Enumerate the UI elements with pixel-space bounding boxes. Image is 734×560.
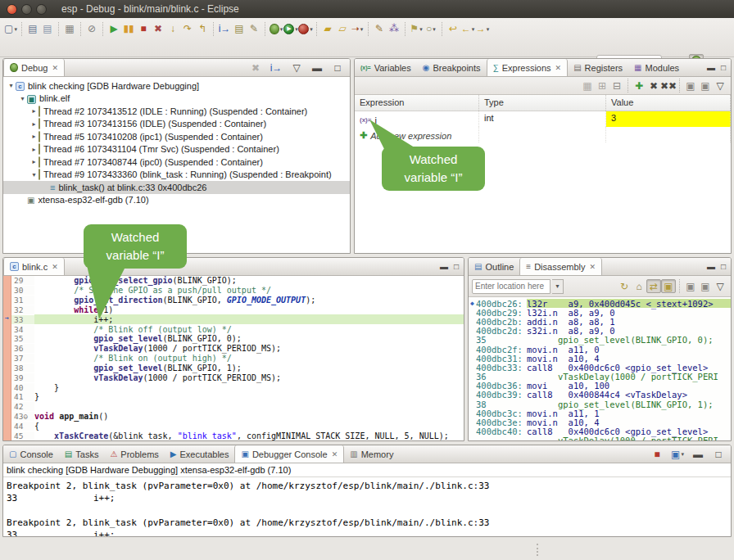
code-line[interactable]: 39 vTaskDelay(1000 / portTICK_PERIOD_MS)… bbox=[3, 373, 464, 382]
tab-variables[interactable]: (x)=Variables bbox=[355, 59, 417, 76]
code-line[interactable]: 42 bbox=[3, 402, 464, 412]
window-maximize-button[interactable] bbox=[36, 4, 47, 15]
instruction-stepping-icon[interactable]: i→ bbox=[217, 22, 232, 36]
disassembly-line[interactable]: 400dbc39:call8 0x400844c4 <vTaskDelay> bbox=[469, 391, 731, 400]
expander-icon[interactable]: ▸ bbox=[29, 120, 39, 128]
add-expression-icon[interactable]: ✚ bbox=[632, 79, 646, 93]
skip-all-breakpoints-icon[interactable]: ⊘ bbox=[84, 22, 99, 36]
import-project-icon[interactable]: ▱ bbox=[335, 22, 350, 36]
tab-outline[interactable]: ▤Outline bbox=[469, 258, 519, 275]
minimize-icon[interactable]: ▬ bbox=[691, 447, 705, 461]
code-line[interactable]: 41} bbox=[3, 392, 464, 402]
code-line[interactable]: 34 /* Blink off (output low) */ bbox=[3, 324, 464, 334]
view-menu-icon[interactable]: ▽ bbox=[713, 279, 727, 293]
maximize-icon[interactable]: □ bbox=[330, 61, 345, 75]
debug-tree-item[interactable]: ▾Thread #9 1073433360 (blink_task : Runn… bbox=[3, 169, 350, 182]
profile-tools-icon[interactable]: ⁂ bbox=[387, 22, 401, 36]
close-icon[interactable]: ✕ bbox=[332, 450, 338, 458]
code-line[interactable]: 29 gpio_pad_select_gpio(BLINK_GPIO); bbox=[3, 276, 464, 286]
sync-with-stepping-icon[interactable]: ⇄ bbox=[646, 279, 661, 293]
disassembly-line[interactable]: 400dbc3e:movi.n a10, 4 bbox=[469, 418, 731, 427]
maximize-icon[interactable]: □ bbox=[721, 63, 726, 72]
tab-expressions[interactable]: ∑Expressions✕ bbox=[487, 59, 569, 76]
column-value[interactable]: Value bbox=[606, 95, 731, 111]
minimize-icon[interactable]: ▬ bbox=[707, 63, 715, 72]
expander-icon[interactable]: ▸ bbox=[29, 107, 39, 115]
run-icon[interactable]: ▾ bbox=[283, 22, 298, 36]
tab-tasks[interactable]: ▤Tasks bbox=[59, 445, 105, 463]
expression-type-cell[interactable]: int bbox=[479, 111, 606, 127]
pin-view-icon[interactable]: ▣ bbox=[698, 79, 713, 93]
terminate-icon[interactable]: ■ bbox=[136, 22, 151, 36]
disassembly-line[interactable]: 400dbc40:call8 0x400dc6c0 <gpio_set_leve… bbox=[469, 427, 731, 436]
maximize-icon[interactable]: □ bbox=[454, 262, 459, 271]
code-line[interactable]: 37 /* Blink on (output high) */ bbox=[3, 354, 464, 364]
remove-all-terminated-icon[interactable]: ✖ bbox=[248, 61, 263, 75]
location-dropdown-icon[interactable]: ▼ bbox=[552, 279, 564, 294]
disassembly-line[interactable]: 400dbc36:movi a10, 100 bbox=[469, 382, 731, 391]
debug-tree-item[interactable]: ▾▦blink.elf bbox=[3, 93, 350, 106]
disassembly-line[interactable]: 400dbc2b:addi.n a8, a8, 1 bbox=[469, 317, 731, 326]
expander-icon[interactable]: ▸ bbox=[29, 158, 39, 165]
back-icon[interactable]: ←▾ bbox=[460, 22, 475, 36]
disassembly-line[interactable]: 400dbc2d:s32i.n a8, a9, 0 bbox=[469, 327, 731, 336]
breakpoint-action-icon[interactable]: ✎ bbox=[247, 22, 261, 36]
maximize-icon[interactable]: □ bbox=[711, 447, 726, 461]
new-disassembly-view-icon[interactable]: ▣ bbox=[683, 279, 698, 293]
disassembly-line[interactable]: 400dbc2f:movi.n a11, 0 bbox=[469, 345, 731, 354]
expander-icon[interactable]: ▾ bbox=[7, 82, 16, 89]
expander-icon[interactable]: ▸ bbox=[29, 146, 39, 153]
save-icon[interactable]: ▤ bbox=[25, 22, 40, 36]
maximize-icon[interactable]: □ bbox=[721, 262, 726, 271]
expander-icon[interactable]: ▾ bbox=[18, 95, 27, 102]
disassembly-line[interactable]: ◆400dbc26:l32r a9, 0x400d045c <_stext+10… bbox=[469, 299, 731, 308]
code-line[interactable]: 38 gpio_set_level(BLINK_GPIO, 1); bbox=[3, 363, 464, 373]
disconnect-icon[interactable]: ✖ bbox=[151, 22, 165, 36]
code-line[interactable]: 30 /* Set the GPIO as a push/pull output… bbox=[3, 286, 464, 296]
column-type[interactable]: Type bbox=[479, 95, 606, 111]
collapse-all-icon[interactable]: ⊟ bbox=[609, 79, 624, 93]
expander-icon[interactable]: ▾ bbox=[29, 171, 39, 178]
tab-modules[interactable]: ▦Modules bbox=[628, 59, 685, 76]
expression-value-cell[interactable]: 3 bbox=[606, 111, 731, 127]
code-line[interactable]: 40 } bbox=[3, 382, 464, 392]
last-edit-location-icon[interactable]: ↩ bbox=[446, 22, 460, 36]
disassembly-listing[interactable]: ◆400dbc26:l32r a9, 0x400d045c <_stext+10… bbox=[469, 297, 731, 440]
instruction-stepping-mode-icon[interactable]: i→ bbox=[269, 61, 283, 75]
next-annotation-icon[interactable]: ○▾ bbox=[424, 22, 438, 36]
tab-disassembly[interactable]: ≡Disassembly✕ bbox=[519, 258, 602, 275]
console-output[interactable]: Breakpoint 2, blink_task (pvParameter=0x… bbox=[3, 477, 731, 537]
location-input[interactable] bbox=[472, 279, 550, 294]
disassembly-line[interactable]: 400dbc31:movi.n a10, 4 bbox=[469, 354, 731, 363]
show-logical-structure-icon[interactable]: ⊞ bbox=[595, 79, 609, 93]
tab-console[interactable]: ▢Console bbox=[3, 445, 59, 463]
pin-annotation-icon[interactable]: ⚑▾ bbox=[409, 22, 424, 36]
tab-breakpoints[interactable]: ◉Breakpoints bbox=[417, 59, 487, 76]
disassembly-line[interactable]: 400dbc29:l32i.n a8, a9, 0 bbox=[469, 308, 731, 317]
view-menu-icon[interactable]: ▽ bbox=[289, 61, 304, 75]
tab-debug[interactable]: Debug ✕ bbox=[3, 59, 65, 76]
close-icon[interactable]: ✕ bbox=[52, 263, 58, 271]
debug-tree-item[interactable]: ▸Thread #3 1073413156 (IDLE) (Suspended … bbox=[3, 118, 350, 131]
disassembly-line[interactable]: 38 gpio_set_level(BLINK_GPIO, 1); bbox=[469, 400, 731, 409]
display-selected-console-icon[interactable]: ▣▾ bbox=[670, 447, 685, 461]
debug-tree-item[interactable]: ▾cblink checking [GDB Hardware Debugging… bbox=[3, 79, 350, 93]
tab-executables[interactable]: ▶Executables bbox=[165, 445, 235, 463]
code-line[interactable]: 36 vTaskDelay(1000 / portTICK_PERIOD_MS)… bbox=[3, 344, 464, 354]
tab-problems[interactable]: ⚠Problems bbox=[104, 445, 164, 463]
tab-registers[interactable]: ▤Registers bbox=[568, 59, 628, 76]
external-tools-icon[interactable]: ➝▾ bbox=[350, 22, 365, 36]
pin-view-icon[interactable]: ▣ bbox=[698, 279, 713, 293]
new-wizard-icon[interactable]: ▢▾ bbox=[3, 22, 18, 36]
debug-tree-item[interactable]: ≡blink_task() at blink.c:33 0x400dbc26 bbox=[3, 181, 350, 194]
open-project-icon[interactable]: ▰ bbox=[320, 22, 335, 36]
debug-tree-item[interactable]: ▸Thread #5 1073410208 (ipc1) (Suspended … bbox=[3, 130, 350, 143]
disassembly-line[interactable]: 35 gpio_set_level(BLINK_GPIO, 0); bbox=[469, 336, 731, 345]
code-editor[interactable]: 29 gpio_pad_select_gpio(BLINK_GPIO);30 /… bbox=[3, 276, 464, 440]
build-icon[interactable]: ▦ bbox=[62, 22, 77, 36]
code-line[interactable]: →33 i++; bbox=[3, 314, 464, 324]
step-over-icon[interactable]: ↷ bbox=[180, 22, 195, 36]
remove-expression-icon[interactable]: ✖ bbox=[646, 79, 661, 93]
refresh-view-icon[interactable]: ↻ bbox=[617, 279, 632, 293]
code-line[interactable]: 45 xTaskCreate(&blink_task, "blink_task"… bbox=[3, 431, 464, 440]
